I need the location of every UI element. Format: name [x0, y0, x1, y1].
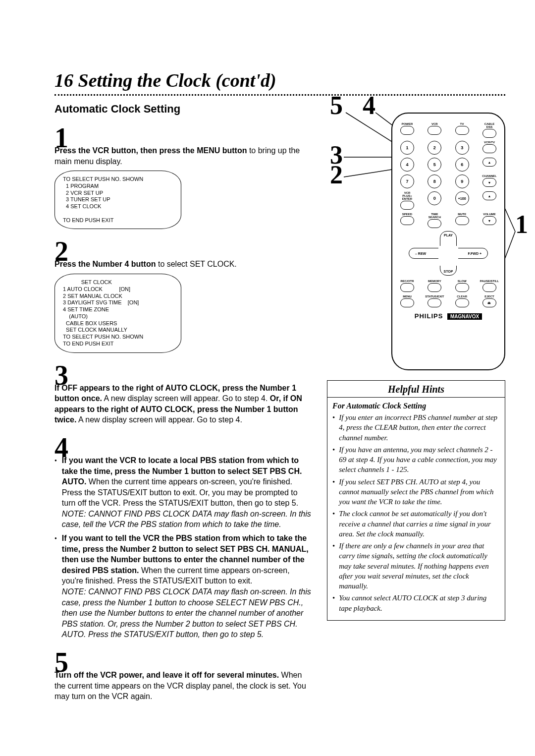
page-title: 16 Setting the Clock (cont'd): [54, 69, 505, 91]
page-number: 16: [54, 70, 73, 91]
menu-button[interactable]: [400, 298, 414, 307]
hints-subtitle: For Automatic Clock Setting: [332, 402, 500, 410]
num-2-button[interactable]: 2: [428, 141, 441, 155]
num-3-button[interactable]: 3: [455, 141, 469, 155]
pause-still-button[interactable]: [482, 283, 496, 292]
hints-item: You cannot select AUTO CLOCK at step 3 d…: [332, 593, 500, 613]
slow-button[interactable]: [455, 283, 469, 292]
num-7-button[interactable]: 7: [400, 174, 414, 188]
num-0-button[interactable]: 0: [428, 191, 441, 205]
volume-down-button[interactable]: ▼: [482, 216, 496, 225]
memory-button[interactable]: [428, 283, 441, 292]
num-1-button[interactable]: 1: [400, 141, 414, 155]
callout-2: 2: [330, 162, 343, 188]
vcr-tv-button[interactable]: [482, 144, 496, 153]
section-heading: Automatic Clock Setting: [54, 103, 312, 116]
step-4-option-b: If you want to tell the VCR the PBS stat…: [54, 533, 312, 640]
power-button[interactable]: [400, 126, 414, 135]
num-4-button[interactable]: 4: [400, 158, 414, 172]
callout-1: 1: [515, 212, 528, 237]
num-5-button[interactable]: 5: [428, 158, 441, 172]
remote-brand: PHILIPS MAGNAVOX: [400, 312, 496, 320]
clear-button[interactable]: [455, 298, 469, 307]
status-exit-button[interactable]: [428, 298, 441, 307]
hints-item: If you enter an incorrect PBS channel nu…: [332, 412, 500, 443]
num-6-button[interactable]: 6: [455, 158, 469, 172]
vcr-button[interactable]: [428, 126, 441, 135]
osd-set-clock: SET CLOCK 1 AUTO CLOCK [ON] 2 SET MANUAL…: [54, 274, 181, 353]
vcrplus-button[interactable]: [400, 201, 414, 210]
hints-item: If there are only a few channels in your…: [332, 541, 500, 591]
cable-button[interactable]: [482, 129, 496, 138]
osd-main-menu: TO SELECT PUSH NO. SHOWN 1 PROGRAM 2 VCR…: [54, 171, 181, 229]
transport-cross: PLAY STOP – REW F.FWD +: [409, 231, 488, 276]
step-4-option-a: If you want the VCR to locate a local PB…: [54, 455, 312, 530]
num-9-button[interactable]: 9: [455, 174, 469, 188]
speed-button[interactable]: [400, 216, 414, 225]
rec-otr-button[interactable]: [400, 283, 414, 292]
hints-divider: [327, 397, 505, 398]
tv-button[interactable]: [455, 126, 469, 135]
hints-item: If you select SET PBS CH. AUTO at step 4…: [332, 477, 500, 507]
eject-button[interactable]: ⏏: [482, 298, 496, 307]
remote-control: POWER VCR TV CABLE DSS 1 2 3 VCR/TV 4 5: [391, 113, 505, 370]
step-1-text: Press the VCR button, then press the MEN…: [54, 145, 312, 167]
hints-item: If you have an antenna, you may select c…: [332, 445, 500, 475]
helpful-hints-box: Helpful Hints For Automatic Clock Settin…: [327, 380, 505, 621]
hints-item: The clock cannot be set automatically if…: [332, 509, 500, 539]
channel-down-button[interactable]: ▼: [482, 178, 496, 187]
volume-up-button[interactable]: ▲: [482, 191, 496, 200]
channel-up-button[interactable]: ▲: [482, 158, 496, 167]
remote-callouts: 5 4 3 2 1 POWER VCR TV CABLE DSS 1 2 3: [327, 93, 505, 380]
plus100-button[interactable]: +100: [455, 191, 469, 205]
step-5-text: Turn off the VCR power, and leave it off…: [54, 670, 312, 702]
mute-button[interactable]: [455, 216, 469, 225]
time-search-button[interactable]: [428, 219, 441, 228]
step-2-text: Press the Number 4 button to select SET …: [54, 259, 312, 270]
num-8-button[interactable]: 8: [428, 174, 441, 188]
callout-4: 4: [363, 93, 375, 118]
callout-5: 5: [330, 93, 343, 118]
step-3-text: If OFF appears to the right of AUTO CLOC…: [54, 383, 312, 425]
hints-title: Helpful Hints: [332, 384, 500, 395]
